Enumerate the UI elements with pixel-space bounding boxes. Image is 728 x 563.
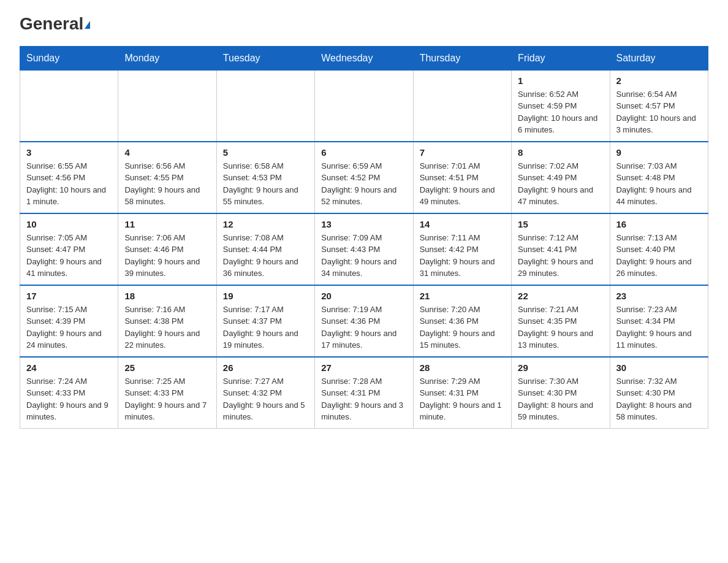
calendar-cell: 20Sunrise: 7:19 AMSunset: 4:36 PMDayligh… <box>315 285 413 357</box>
day-number: 4 <box>124 147 210 158</box>
day-info: Sunrise: 6:56 AMSunset: 4:55 PMDaylight:… <box>124 160 210 208</box>
calendar-cell: 26Sunrise: 7:27 AMSunset: 4:32 PMDayligh… <box>216 357 314 429</box>
calendar-cell: 29Sunrise: 7:30 AMSunset: 4:30 PMDayligh… <box>512 357 610 429</box>
calendar-cell: 27Sunrise: 7:28 AMSunset: 4:31 PMDayligh… <box>315 357 413 429</box>
page-header: General <box>20 15 708 34</box>
day-info: Sunrise: 6:59 AMSunset: 4:52 PMDaylight:… <box>321 160 406 208</box>
calendar-cell: 24Sunrise: 7:24 AMSunset: 4:33 PMDayligh… <box>20 357 118 429</box>
weekday-header-thursday: Thursday <box>413 46 511 70</box>
day-info: Sunrise: 7:29 AMSunset: 4:31 PMDaylight:… <box>420 375 505 423</box>
calendar-cell: 1Sunrise: 6:52 AMSunset: 4:59 PMDaylight… <box>512 70 610 142</box>
day-info: Sunrise: 7:27 AMSunset: 4:32 PMDaylight:… <box>223 375 308 423</box>
day-number: 19 <box>223 291 308 301</box>
weekday-header-monday: Monday <box>118 46 216 70</box>
calendar-cell: 13Sunrise: 7:09 AMSunset: 4:43 PMDayligh… <box>315 213 413 285</box>
day-number: 16 <box>616 219 702 229</box>
day-info: Sunrise: 7:11 AMSunset: 4:42 PMDaylight:… <box>420 232 505 280</box>
day-number: 25 <box>124 362 210 373</box>
day-number: 20 <box>321 291 406 301</box>
day-number: 14 <box>420 219 505 229</box>
calendar-cell: 8Sunrise: 7:02 AMSunset: 4:49 PMDaylight… <box>512 142 610 213</box>
day-number: 17 <box>26 291 112 301</box>
day-number: 29 <box>518 362 603 373</box>
day-info: Sunrise: 7:21 AMSunset: 4:35 PMDaylight:… <box>518 304 603 351</box>
day-info: Sunrise: 6:52 AMSunset: 4:59 PMDaylight:… <box>518 88 603 136</box>
day-info: Sunrise: 6:55 AMSunset: 4:56 PMDaylight:… <box>26 160 112 208</box>
day-info: Sunrise: 6:54 AMSunset: 4:57 PMDaylight:… <box>616 88 702 136</box>
day-info: Sunrise: 7:20 AMSunset: 4:36 PMDaylight:… <box>420 304 505 351</box>
day-info: Sunrise: 6:58 AMSunset: 4:53 PMDaylight:… <box>223 160 308 208</box>
day-info: Sunrise: 7:09 AMSunset: 4:43 PMDaylight:… <box>321 232 406 280</box>
day-info: Sunrise: 7:19 AMSunset: 4:36 PMDaylight:… <box>321 304 406 351</box>
day-number: 23 <box>616 291 702 301</box>
day-info: Sunrise: 7:28 AMSunset: 4:31 PMDaylight:… <box>321 375 406 423</box>
calendar-cell: 15Sunrise: 7:12 AMSunset: 4:41 PMDayligh… <box>512 213 610 285</box>
calendar-cell: 9Sunrise: 7:03 AMSunset: 4:48 PMDaylight… <box>610 142 708 213</box>
day-number: 28 <box>420 362 505 373</box>
day-number: 27 <box>321 362 406 373</box>
calendar-cell: 28Sunrise: 7:29 AMSunset: 4:31 PMDayligh… <box>413 357 511 429</box>
day-number: 22 <box>518 291 603 301</box>
day-number: 7 <box>420 147 505 158</box>
calendar-cell: 11Sunrise: 7:06 AMSunset: 4:46 PMDayligh… <box>118 213 216 285</box>
day-info: Sunrise: 7:05 AMSunset: 4:47 PMDaylight:… <box>26 232 112 280</box>
day-info: Sunrise: 7:02 AMSunset: 4:49 PMDaylight:… <box>518 160 603 208</box>
day-info: Sunrise: 7:24 AMSunset: 4:33 PMDaylight:… <box>26 375 112 423</box>
day-info: Sunrise: 7:01 AMSunset: 4:51 PMDaylight:… <box>420 160 505 208</box>
calendar-cell: 25Sunrise: 7:25 AMSunset: 4:33 PMDayligh… <box>118 357 216 429</box>
calendar-cell: 21Sunrise: 7:20 AMSunset: 4:36 PMDayligh… <box>413 285 511 357</box>
calendar-cell <box>216 70 314 142</box>
day-info: Sunrise: 7:15 AMSunset: 4:39 PMDaylight:… <box>26 304 112 351</box>
day-number: 18 <box>124 291 210 301</box>
calendar-cell: 16Sunrise: 7:13 AMSunset: 4:40 PMDayligh… <box>610 213 708 285</box>
calendar-cell: 3Sunrise: 6:55 AMSunset: 4:56 PMDaylight… <box>20 142 118 213</box>
calendar-week-row: 17Sunrise: 7:15 AMSunset: 4:39 PMDayligh… <box>20 285 708 357</box>
day-number: 5 <box>223 147 308 158</box>
logo-text: General <box>20 15 90 34</box>
weekday-header-tuesday: Tuesday <box>216 46 314 70</box>
calendar-cell <box>315 70 413 142</box>
calendar-cell: 6Sunrise: 6:59 AMSunset: 4:52 PMDaylight… <box>315 142 413 213</box>
calendar-cell: 17Sunrise: 7:15 AMSunset: 4:39 PMDayligh… <box>20 285 118 357</box>
day-number: 10 <box>26 219 112 229</box>
calendar-cell: 5Sunrise: 6:58 AMSunset: 4:53 PMDaylight… <box>216 142 314 213</box>
day-info: Sunrise: 7:32 AMSunset: 4:30 PMDaylight:… <box>616 375 702 423</box>
day-info: Sunrise: 7:08 AMSunset: 4:44 PMDaylight:… <box>223 232 308 280</box>
day-number: 1 <box>518 75 603 86</box>
calendar-week-row: 10Sunrise: 7:05 AMSunset: 4:47 PMDayligh… <box>20 213 708 285</box>
calendar-cell: 22Sunrise: 7:21 AMSunset: 4:35 PMDayligh… <box>512 285 610 357</box>
logo: General <box>20 15 90 34</box>
day-number: 21 <box>420 291 505 301</box>
weekday-header-saturday: Saturday <box>610 46 708 70</box>
calendar-cell: 14Sunrise: 7:11 AMSunset: 4:42 PMDayligh… <box>413 213 511 285</box>
day-info: Sunrise: 7:06 AMSunset: 4:46 PMDaylight:… <box>124 232 210 280</box>
day-number: 26 <box>223 362 308 373</box>
day-number: 30 <box>616 362 702 373</box>
calendar-table: SundayMondayTuesdayWednesdayThursdayFrid… <box>20 46 708 429</box>
calendar-cell: 18Sunrise: 7:16 AMSunset: 4:38 PMDayligh… <box>118 285 216 357</box>
calendar-week-row: 1Sunrise: 6:52 AMSunset: 4:59 PMDaylight… <box>20 70 708 142</box>
day-info: Sunrise: 7:03 AMSunset: 4:48 PMDaylight:… <box>616 160 702 208</box>
calendar-cell: 23Sunrise: 7:23 AMSunset: 4:34 PMDayligh… <box>610 285 708 357</box>
day-info: Sunrise: 7:16 AMSunset: 4:38 PMDaylight:… <box>124 304 210 351</box>
calendar-cell: 2Sunrise: 6:54 AMSunset: 4:57 PMDaylight… <box>610 70 708 142</box>
day-number: 15 <box>518 219 603 229</box>
weekday-header-row: SundayMondayTuesdayWednesdayThursdayFrid… <box>20 46 708 70</box>
day-info: Sunrise: 7:30 AMSunset: 4:30 PMDaylight:… <box>518 375 603 423</box>
calendar-cell: 7Sunrise: 7:01 AMSunset: 4:51 PMDaylight… <box>413 142 511 213</box>
calendar-cell <box>20 70 118 142</box>
day-number: 13 <box>321 219 406 229</box>
calendar-week-row: 3Sunrise: 6:55 AMSunset: 4:56 PMDaylight… <box>20 142 708 213</box>
weekday-header-sunday: Sunday <box>20 46 118 70</box>
calendar-cell: 19Sunrise: 7:17 AMSunset: 4:37 PMDayligh… <box>216 285 314 357</box>
day-number: 24 <box>26 362 112 373</box>
day-info: Sunrise: 7:25 AMSunset: 4:33 PMDaylight:… <box>124 375 210 423</box>
day-number: 11 <box>124 219 210 229</box>
weekday-header-wednesday: Wednesday <box>315 46 413 70</box>
calendar-cell: 12Sunrise: 7:08 AMSunset: 4:44 PMDayligh… <box>216 213 314 285</box>
day-number: 12 <box>223 219 308 229</box>
weekday-header-friday: Friday <box>512 46 610 70</box>
calendar-cell: 10Sunrise: 7:05 AMSunset: 4:47 PMDayligh… <box>20 213 118 285</box>
day-number: 6 <box>321 147 406 158</box>
calendar-cell <box>118 70 216 142</box>
